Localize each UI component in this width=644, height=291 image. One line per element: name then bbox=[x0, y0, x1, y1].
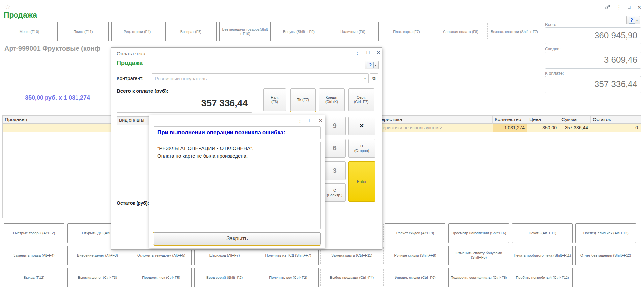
column-header-rest: Остаток bbox=[591, 116, 641, 124]
pay-button-shortcut: (Ctrl+K) bbox=[325, 100, 338, 104]
error-dialog-menu-icon[interactable]: ⋮ bbox=[297, 118, 303, 124]
toolbar-button-search[interactable]: Поиск (F11) bbox=[57, 22, 109, 41]
numpad-key-storno[interactable]: D (Сторно) bbox=[348, 139, 375, 158]
numpad-key-label: 6 bbox=[333, 145, 336, 152]
chevron-down-icon: ▾ bbox=[375, 64, 377, 67]
error-dialog-close-icon[interactable]: ✕ bbox=[317, 118, 324, 124]
open-window-icon: ⧉ bbox=[372, 76, 375, 81]
link-icon-svg bbox=[605, 4, 610, 10]
cell-rest[interactable]: 0 bbox=[591, 124, 641, 132]
kontragent-input[interactable] bbox=[152, 74, 361, 83]
bottom-button-choose-seller[interactable]: Выбор продавца (Ctrl+F4) bbox=[322, 268, 382, 287]
page-title: Продажа bbox=[4, 11, 37, 20]
column-header-characteristic: Характеристика bbox=[363, 116, 493, 124]
bottom-button-view-savings[interactable]: Просмотр накоплений (Shift+F6) bbox=[448, 223, 509, 243]
bottom-button-manual-discounts[interactable]: Ручные скидки (Shift+F8) bbox=[385, 246, 445, 265]
help-icon: ? bbox=[629, 17, 635, 24]
payment-dialog-subtitle: Продажа bbox=[117, 60, 143, 66]
bottom-button-get-weight[interactable]: Получить вес (Ctrl+F2) bbox=[258, 268, 319, 287]
pay-button-certificate[interactable]: Серт. (Ctrl+F7) bbox=[348, 88, 374, 111]
favorite-star-icon[interactable]: ☆ bbox=[5, 3, 11, 11]
error-message-box: "РЕЗУЛЬТАТ ОПЕРАЦИИ - ОТКЛОНЕНА". Оплата… bbox=[154, 142, 321, 229]
pay-button-label: Кредит bbox=[326, 95, 338, 100]
numpad-key-label: 9 bbox=[333, 122, 336, 130]
totals-separator bbox=[543, 21, 543, 114]
due-label: К оплате: bbox=[545, 71, 564, 76]
bottom-button-enter-series[interactable]: Ввод серий (Shift+F2) bbox=[194, 268, 255, 287]
numpad-key-3[interactable]: 3 bbox=[324, 161, 346, 180]
bottom-button-last-slip[interactable]: Послед. слип чек (Alt+F12) bbox=[575, 223, 636, 243]
numpad-key-backspace[interactable]: C (Backsp.) bbox=[324, 183, 346, 202]
pay-button-cash[interactable]: Нал. (F6) bbox=[263, 88, 286, 111]
bottom-button-report-no-clearing[interactable]: Отчет без гашения (Shift+F12) bbox=[575, 246, 636, 265]
enter-key-label: Enter bbox=[357, 179, 367, 184]
bottom-button-print[interactable]: Печать (Alt+F11) bbox=[512, 223, 573, 243]
error-dialog-maximize-icon[interactable]: □ bbox=[307, 118, 314, 124]
discount-value-field: 3 609,46 bbox=[545, 52, 641, 69]
bottom-button-punch-unpunched[interactable]: Пробить непробитый (Ctrl+F12) bbox=[512, 268, 573, 287]
bottom-button-continue-check[interactable]: Продолж. чек (Ctrl+F5) bbox=[131, 268, 192, 287]
column-header-sum: Сумма bbox=[559, 116, 591, 124]
total-to-pay-value: 357 336,44 bbox=[117, 94, 252, 113]
payment-dialog-title: Оплата чека bbox=[117, 51, 145, 56]
bottom-button-managed-discounts[interactable]: Управл. скидки (Ctrl+F9) bbox=[385, 268, 445, 287]
pay-button-shortcut: (F6) bbox=[271, 100, 278, 104]
due-value-field: 357 336,44 bbox=[545, 76, 641, 93]
kontragent-label: Контрагент: bbox=[117, 75, 144, 81]
numpad-key-9[interactable]: 9 bbox=[324, 117, 346, 135]
payment-dialog-maximize-icon[interactable]: □ bbox=[365, 49, 371, 56]
kontragent-open-button[interactable]: ⧉ bbox=[370, 73, 378, 83]
numpad-key-enter[interactable]: Enter bbox=[348, 161, 375, 202]
toolbar-button-cash[interactable]: Наличные (F6) bbox=[327, 22, 379, 41]
bottom-button-change-rights[interactable]: Заменить права (Alt+F4) bbox=[4, 246, 64, 265]
toolbar-button-return[interactable]: Возврат (F5) bbox=[165, 22, 217, 41]
pay-button-shortcut: (Ctrl+F7) bbox=[354, 100, 369, 104]
help-button[interactable]: ? ▾ bbox=[626, 16, 640, 24]
cell-quantity[interactable]: 1 031,274 bbox=[493, 124, 527, 132]
toolbar-button-complex-payment[interactable]: Сложная оплата (F8) bbox=[435, 22, 486, 41]
toolbar-button-menu[interactable]: Меню (F10) bbox=[4, 22, 55, 41]
toolbar-button-no-transfer[interactable]: Без передачи товаров(Shift + F10) bbox=[219, 22, 271, 41]
bottom-button-cancel-bonus-payment[interactable]: Отменить оплату бонусами (Shift+F5) bbox=[448, 246, 509, 265]
toolbar-button-edit-row[interactable]: Ред. строки (F4) bbox=[111, 22, 163, 41]
pay-button-credit[interactable]: Кредит (Ctrl+K) bbox=[319, 88, 345, 111]
pay-separator bbox=[258, 89, 258, 112]
pay-button-label: Нал. bbox=[271, 95, 279, 100]
bottom-button-exit[interactable]: Выход (F12) bbox=[4, 268, 64, 287]
pay-button-card[interactable]: ПК (F7) bbox=[290, 88, 316, 111]
error-close-button[interactable]: Закрыть bbox=[154, 232, 321, 245]
window-close-icon[interactable]: ✕ bbox=[636, 4, 643, 11]
bottom-button-gift-certificates[interactable]: Подарочн. сертификаты (Ctrl+F8) bbox=[448, 268, 509, 287]
error-message-line1: "РЕЗУЛЬТАТ ОПЕРАЦИИ - ОТКЛОНЕНА". bbox=[157, 145, 317, 152]
chevron-down-icon: ▾ bbox=[636, 19, 638, 22]
cell-sum[interactable]: 357 336,44 bbox=[559, 124, 591, 132]
numpad-key-multiply[interactable]: ✕ bbox=[348, 117, 375, 135]
bottom-button-calc-discounts[interactable]: Расчет скидок (Alt+F9) bbox=[385, 223, 445, 243]
product-price-line: 350,00 руб. x 1 031,274 bbox=[25, 94, 90, 101]
payment-dialog-close-icon[interactable]: ✕ bbox=[375, 50, 382, 56]
numpad-key-6[interactable]: 6 bbox=[324, 139, 346, 158]
toolbar-button-payment-card[interactable]: Плат. карта (F7) bbox=[381, 22, 432, 41]
cell-characteristic[interactable]: <характеристики не используются> bbox=[363, 124, 493, 132]
window-maximize-icon[interactable]: □ bbox=[626, 4, 632, 11]
bottom-button-quick-goods[interactable]: Быстрые товары (Alt+F2) bbox=[4, 223, 64, 243]
help-icon: ? bbox=[367, 62, 374, 68]
column-header-price: Цена bbox=[527, 116, 559, 124]
link-icon[interactable] bbox=[604, 4, 611, 11]
bottom-button-withdraw-money[interactable]: Выемка денег (Ctrl+F3) bbox=[67, 268, 128, 287]
payment-dialog-menu-icon[interactable]: ⋮ bbox=[354, 50, 361, 56]
error-dialog: ⋮ □ ✕ При выполнении операции возникла о… bbox=[149, 115, 325, 248]
cell-price[interactable]: 350,00 bbox=[527, 124, 559, 132]
toolbar-button-cashless[interactable]: Безнал. платежи (Shift + F7) bbox=[489, 22, 540, 41]
toolbar-button-bonuses[interactable]: Бонусы (Shift + F9) bbox=[273, 22, 324, 41]
window-menu-icon[interactable]: ⋮ bbox=[616, 4, 622, 11]
numpad-key-sublabel: (Backsp.) bbox=[327, 193, 342, 197]
pay-button-label: ПК (F7) bbox=[297, 98, 309, 102]
kontragent-dropdown-button[interactable]: ▾ bbox=[361, 74, 369, 83]
bottom-button-print-punched-check[interactable]: Печать пробитого чека (Shift+F11) bbox=[512, 246, 573, 265]
pos-window: ☆ ⋮ □ ✕ Продажа ? ▾ Меню (F10) Поиск (F1… bbox=[0, 0, 644, 291]
payment-dialog-help-button[interactable]: ? ▾ bbox=[365, 61, 379, 69]
rest-label: Остаток (руб): bbox=[117, 200, 149, 206]
total-label: Всего: bbox=[545, 22, 558, 27]
total-to-pay-label: Всего к оплате (руб): bbox=[117, 88, 168, 93]
